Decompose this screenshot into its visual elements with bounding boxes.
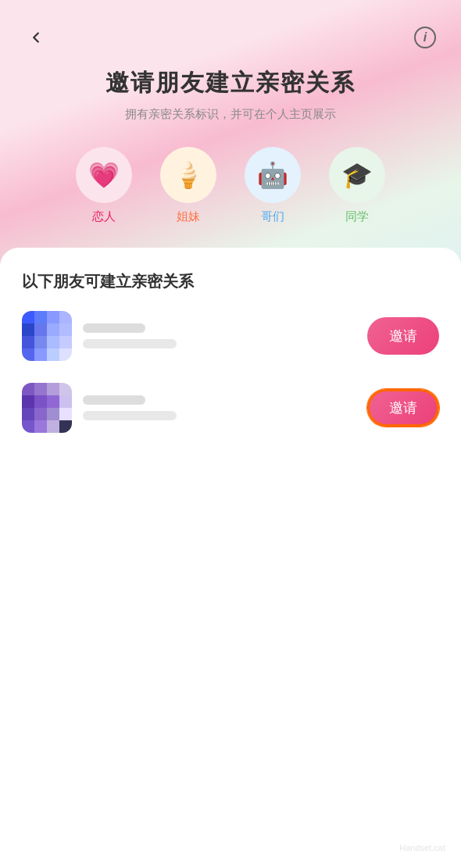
category-lovers[interactable]: 💗 恋人 bbox=[76, 147, 132, 224]
category-brother[interactable]: 🤖 哥们 bbox=[245, 147, 301, 224]
category-sister[interactable]: 🍦 姐妹 bbox=[160, 147, 216, 224]
lovers-label: 恋人 bbox=[92, 209, 116, 224]
friend-left-2 bbox=[22, 383, 177, 433]
info-button[interactable]: i bbox=[411, 23, 439, 52]
friend-info-2 bbox=[83, 395, 177, 420]
friend-detail-blur-2 bbox=[83, 411, 177, 420]
section-title: 以下朋友可建立亲密关系 bbox=[22, 271, 439, 292]
header: i bbox=[0, 0, 461, 59]
friend-detail-blur-1 bbox=[83, 339, 177, 348]
brother-icon: 🤖 bbox=[245, 147, 301, 203]
invite-button-1[interactable]: 邀请 bbox=[367, 317, 439, 355]
friend-info-1 bbox=[83, 323, 177, 348]
watermark: Handset.cat bbox=[399, 843, 445, 852]
categories-section: 💗 恋人 🍦 姐妹 🤖 哥们 🎓 同学 bbox=[0, 123, 461, 240]
friend-item-2: 邀请 bbox=[22, 383, 439, 433]
friend-left-1 bbox=[22, 311, 177, 361]
brother-label: 哥们 bbox=[261, 209, 284, 224]
friend-name-blur-2 bbox=[83, 395, 145, 405]
friends-section: 以下朋友可建立亲密关系 邀请 bbox=[0, 248, 461, 716]
sister-icon: 🍦 bbox=[160, 147, 216, 203]
invite-button-2[interactable]: 邀请 bbox=[367, 389, 439, 427]
sister-label: 姐妹 bbox=[177, 209, 200, 224]
sub-title: 拥有亲密关系标识，并可在个人主页展示 bbox=[31, 105, 430, 123]
info-icon: i bbox=[414, 27, 436, 48]
title-section: 邀请朋友建立亲密关系 拥有亲密关系标识，并可在个人主页展示 bbox=[0, 59, 461, 123]
lovers-icon: 💗 bbox=[76, 147, 132, 203]
classmate-icon: 🎓 bbox=[329, 147, 385, 203]
friend-avatar-1 bbox=[22, 311, 72, 361]
friend-avatar-2 bbox=[22, 383, 72, 433]
friend-item-1: 邀请 bbox=[22, 311, 439, 361]
category-classmate[interactable]: 🎓 同学 bbox=[329, 147, 385, 224]
back-icon bbox=[27, 29, 45, 46]
main-title: 邀请朋友建立亲密关系 bbox=[31, 67, 430, 98]
classmate-label: 同学 bbox=[345, 209, 369, 224]
friend-name-blur-1 bbox=[83, 323, 145, 333]
back-button[interactable] bbox=[22, 23, 50, 52]
